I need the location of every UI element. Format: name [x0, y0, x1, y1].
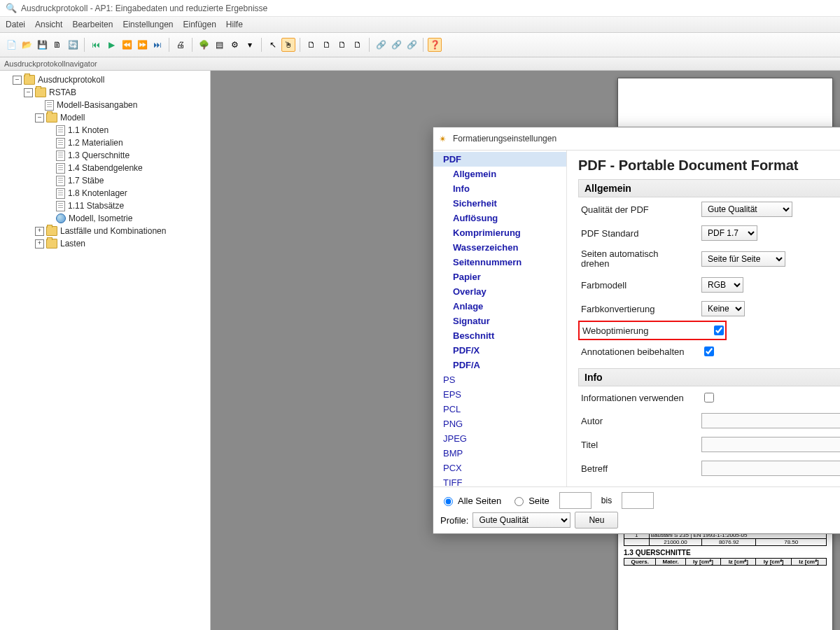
nav-first-icon[interactable]: ⏮ [89, 38, 103, 52]
nav-prevstep-icon[interactable]: ⏪ [120, 38, 134, 52]
annot-label: Annotationen beibehalten [581, 346, 701, 357]
all-pages-radio[interactable]: Alle Seiten [440, 495, 501, 506]
fmt-sub-signatur[interactable]: Signatur [433, 314, 566, 328]
tree-modell-item[interactable]: 1.8 Knotenlager [46, 187, 209, 200]
fmt-sub-info[interactable]: Info [433, 181, 566, 196]
useinfo-checkbox[interactable] [704, 393, 714, 402]
menu-hilfe[interactable]: Hilfe [226, 20, 243, 29]
dropdown-icon[interactable]: ▾ [243, 38, 257, 52]
link3-icon[interactable]: 🔗 [405, 38, 419, 52]
fmt-sub-anlage[interactable]: Anlage [433, 299, 566, 314]
quality-select[interactable]: Gute Qualität [701, 202, 792, 217]
tree-modell-item[interactable]: Modell, Isometrie [46, 212, 209, 225]
fmt-sub-sicherheit[interactable]: Sicherheit [433, 196, 566, 211]
menu-datei[interactable]: Datei [6, 20, 25, 29]
page-to-input[interactable] [622, 492, 654, 509]
format-settings-dialog: ✴ Formatierungseinstellungen — ☐ ✕ PDF A… [433, 127, 840, 534]
refresh-icon[interactable]: 🔄 [66, 38, 80, 52]
tree-modell[interactable]: –Modell [35, 111, 209, 124]
webopt-label: Weboptimierung [582, 326, 648, 336]
fmt-pcx[interactable]: PCX [433, 461, 566, 475]
doc3-icon[interactable]: 🗋 [335, 38, 349, 52]
fmt-ps[interactable]: PS [433, 372, 566, 387]
new-profile-button[interactable]: Neu [575, 512, 618, 528]
quality-label: Qualität der PDF [581, 204, 701, 215]
subject-input[interactable] [701, 461, 840, 476]
fmt-tiff[interactable]: TIFF [433, 475, 566, 486]
fmt-sub-komprimierung[interactable]: Komprimierung [433, 225, 566, 240]
page-from-input[interactable] [559, 492, 592, 509]
tree-modell-item[interactable]: 1.11 Stabsätze [46, 200, 209, 212]
menubar: Datei Ansicht Bearbeiten Einstellungen E… [0, 17, 840, 33]
print-icon[interactable]: 🖨 [174, 38, 188, 52]
author-label: Autor [581, 416, 701, 426]
fmt-png[interactable]: PNG [433, 416, 566, 431]
link1-icon[interactable]: 🔗 [374, 38, 388, 52]
color-select[interactable]: RGB [701, 277, 743, 293]
tree-lastfaelle[interactable]: +Lastfälle und Kombinationen [35, 225, 209, 237]
annot-checkbox[interactable] [704, 346, 714, 356]
tree-modell-item[interactable]: 1.2 Materialien [46, 136, 209, 149]
new-icon[interactable]: 📄 [4, 38, 18, 52]
title-input[interactable] [701, 437, 840, 452]
navigator-panel: –Ausdruckprotokoll –RSTAB Modell-Basisan… [0, 71, 211, 630]
fmt-pdf[interactable]: PDF [433, 152, 566, 167]
fmt-eps[interactable]: EPS [433, 387, 566, 402]
link2-icon[interactable]: 🔗 [389, 38, 403, 52]
fmt-sub-seitennummern[interactable]: Seitennummern [433, 255, 566, 270]
fmt-sub-auflösung[interactable]: Auflösung [433, 211, 566, 225]
tree-rstab[interactable]: –RSTAB [24, 86, 209, 99]
doc2-icon[interactable]: 🗋 [320, 38, 334, 52]
tree-lasten[interactable]: +Lasten [35, 237, 209, 250]
open-icon[interactable]: 📂 [20, 38, 34, 52]
tree-modell-item[interactable]: 1.4 Stabendgelenke [46, 162, 209, 174]
cursor-icon[interactable]: ↖ [266, 38, 280, 52]
fmt-sub-pdf/a[interactable]: PDF/A [433, 358, 566, 372]
window-title: Ausdruckprotokoll - AP1: Eingabedaten un… [21, 4, 267, 13]
nav-last-icon[interactable]: ⏭ [150, 38, 164, 52]
fmt-sub-pdf/x[interactable]: PDF/X [433, 343, 566, 358]
nav-nextstep-icon[interactable]: ⏩ [135, 38, 149, 52]
fmt-bmp[interactable]: BMP [433, 446, 566, 461]
fmt-sub-wasserzeichen[interactable]: Wasserzeichen [433, 240, 566, 255]
export-icon[interactable]: 🗎 [50, 38, 64, 52]
nav-prev-icon[interactable]: ▶ [104, 38, 118, 52]
dialog-content: PDF - Portable Document Format Allgemein… [567, 150, 840, 486]
pointer-icon[interactable]: 🖱 [281, 38, 295, 52]
tree-modell-item[interactable]: 1.1 Knoten [46, 124, 209, 136]
doc1-icon[interactable]: 🗋 [304, 38, 318, 52]
page-radio[interactable]: Seite [511, 495, 550, 506]
layout-icon[interactable]: ▤ [212, 38, 226, 52]
conv-select[interactable]: Keine [701, 301, 745, 316]
std-select[interactable]: PDF 1.7 [701, 225, 757, 241]
section-info: Info [578, 368, 840, 386]
fmt-sub-allgemein[interactable]: Allgemein [433, 167, 566, 181]
color-label: Farbmodell [581, 280, 701, 290]
help-icon[interactable]: ❓ [428, 38, 442, 52]
fmt-sub-overlay[interactable]: Overlay [433, 284, 566, 299]
tree-modell-item[interactable]: 1.3 Querschnitte [46, 149, 209, 162]
webopt-checkbox[interactable] [714, 326, 724, 335]
content-heading: PDF - Portable Document Format [578, 158, 840, 174]
gear-icon[interactable]: ⚙ [227, 38, 241, 52]
menu-ansicht[interactable]: Ansicht [35, 20, 62, 29]
author-input[interactable] [701, 413, 840, 428]
std-label: PDF Standard [581, 228, 701, 239]
fmt-pcl[interactable]: PCL [433, 402, 566, 416]
fmt-sub-papier[interactable]: Papier [433, 270, 566, 284]
doc4-icon[interactable]: 🗋 [351, 38, 365, 52]
menu-einstellungen[interactable]: Einstellungen [122, 20, 173, 29]
profile-select[interactable]: Gute Qualität [472, 512, 570, 528]
save-icon[interactable]: 💾 [35, 38, 49, 52]
rotate-select[interactable]: Seite für Seite [701, 251, 785, 267]
tree-icon[interactable]: 🌳 [197, 38, 211, 52]
fmt-jpeg[interactable]: JPEG [433, 431, 566, 446]
tree-basisangaben[interactable]: Modell-Basisangaben [35, 99, 209, 111]
star-icon: ✴ [439, 134, 449, 144]
document-area: Antenn1234 enkoordiY [m] 22-Kartesisch5.… [211, 71, 840, 630]
menu-einfuegen[interactable]: Einfügen [183, 20, 216, 29]
tree-root[interactable]: –Ausdruckprotokoll [13, 74, 209, 86]
fmt-sub-beschnitt[interactable]: Beschnitt [433, 328, 566, 343]
tree-modell-item[interactable]: 1.7 Stäbe [46, 174, 209, 187]
menu-bearbeiten[interactable]: Bearbeiten [72, 20, 113, 29]
